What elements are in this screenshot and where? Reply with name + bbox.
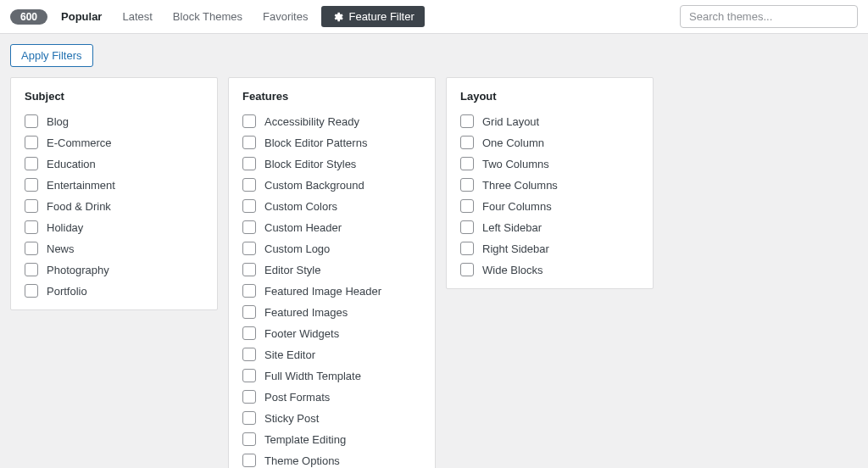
checkbox[interactable] (242, 157, 256, 170)
filter-option[interactable]: News (25, 242, 203, 255)
checkbox[interactable] (460, 199, 474, 213)
checkbox[interactable] (460, 157, 474, 170)
checkbox[interactable] (242, 114, 256, 128)
filter-option-label: Custom Colors (264, 200, 337, 213)
checkbox[interactable] (25, 263, 38, 276)
nav-tab-block-themes[interactable]: Block Themes (163, 7, 253, 26)
filter-option[interactable]: Block Editor Styles (242, 157, 421, 170)
filter-option-label: Full Width Template (264, 370, 361, 382)
filter-option[interactable]: Two Columns (460, 157, 639, 170)
filter-option-label: Theme Options (264, 454, 340, 467)
checkbox[interactable] (460, 242, 474, 255)
filter-option-label: Left Sidebar (482, 221, 542, 234)
nav-tab-favorites[interactable]: Favorites (253, 7, 318, 26)
filter-option[interactable]: Right Sidebar (460, 242, 639, 255)
filter-option[interactable]: Wide Blocks (460, 263, 639, 276)
column-heading: Subject (25, 90, 203, 103)
checkbox[interactable] (242, 220, 256, 234)
filter-option[interactable]: Education (25, 157, 203, 170)
filter-option[interactable]: E-Commerce (25, 136, 203, 149)
checkbox[interactable] (25, 157, 38, 170)
feature-filter-label: Feature Filter (348, 10, 414, 23)
checkbox[interactable] (25, 284, 38, 298)
filter-option[interactable]: Holiday (25, 220, 203, 234)
top-bar: 600 PopularLatestBlock ThemesFavorites F… (0, 0, 868, 34)
checkbox[interactable] (242, 305, 256, 319)
checkbox[interactable] (25, 136, 38, 149)
filter-option[interactable]: Theme Options (242, 454, 421, 467)
filter-option[interactable]: Custom Header (242, 220, 421, 234)
filter-option[interactable]: Grid Layout (460, 114, 639, 128)
filter-option-label: Featured Image Header (264, 285, 381, 298)
checkbox[interactable] (242, 411, 256, 425)
checkbox[interactable] (242, 432, 256, 446)
nav-tab-latest[interactable]: Latest (112, 7, 162, 26)
filter-option[interactable]: Featured Image Header (242, 284, 421, 298)
filter-option[interactable]: Three Columns (460, 178, 639, 192)
filter-option[interactable]: One Column (460, 136, 639, 149)
filter-option-label: Wide Blocks (482, 264, 543, 276)
filter-option[interactable]: Block Editor Patterns (242, 136, 421, 149)
checkbox[interactable] (460, 178, 474, 192)
filter-option[interactable]: Photography (25, 263, 203, 276)
filter-option[interactable]: Site Editor (242, 348, 421, 361)
filter-option[interactable]: Template Editing (242, 432, 421, 446)
checkbox[interactable] (242, 178, 256, 192)
filter-option-label: Portfolio (47, 285, 87, 298)
checkbox[interactable] (25, 178, 38, 192)
checkbox[interactable] (460, 263, 474, 276)
filter-option-label: Footer Widgets (264, 327, 339, 340)
filter-option-label: Two Columns (482, 158, 549, 170)
checkbox[interactable] (242, 136, 256, 149)
filter-option[interactable]: Custom Logo (242, 242, 421, 255)
checkbox[interactable] (460, 136, 474, 149)
checkbox[interactable] (242, 369, 256, 382)
checkbox[interactable] (25, 199, 38, 213)
checkbox[interactable] (242, 242, 256, 255)
feature-filter-button[interactable]: Feature Filter (321, 6, 424, 27)
filter-option-label: Post Formats (264, 391, 330, 404)
checkbox[interactable] (242, 326, 256, 340)
filter-column-subject: SubjectBlogE-CommerceEducationEntertainm… (10, 77, 218, 310)
filter-option[interactable]: Custom Colors (242, 199, 421, 213)
checkbox[interactable] (25, 114, 38, 128)
filter-option[interactable]: Custom Background (242, 178, 421, 192)
filter-option-label: Site Editor (264, 348, 315, 361)
filter-option[interactable]: Post Formats (242, 390, 421, 404)
apply-filters-button[interactable]: Apply Filters (10, 44, 93, 67)
checkbox[interactable] (25, 242, 38, 255)
filter-option-label: Block Editor Patterns (264, 136, 367, 149)
filter-option[interactable]: Left Sidebar (460, 220, 639, 234)
filter-option[interactable]: Four Columns (460, 199, 639, 213)
filter-option[interactable]: Accessibility Ready (242, 114, 421, 128)
filter-option[interactable]: Footer Widgets (242, 326, 421, 340)
checkbox[interactable] (242, 348, 256, 361)
checkbox[interactable] (242, 263, 256, 276)
checkbox[interactable] (460, 114, 474, 128)
column-heading: Features (242, 90, 421, 103)
filter-option[interactable]: Featured Images (242, 305, 421, 319)
nav-tab-popular[interactable]: Popular (51, 7, 112, 26)
filter-option[interactable]: Full Width Template (242, 369, 421, 382)
filter-column-features: FeaturesAccessibility ReadyBlock Editor … (228, 77, 436, 468)
filter-option-label: News (47, 242, 75, 255)
filter-option-label: Right Sidebar (482, 242, 549, 255)
filter-option[interactable]: Editor Style (242, 263, 421, 276)
filter-option-label: Template Editing (264, 433, 346, 446)
filter-option[interactable]: Sticky Post (242, 411, 421, 425)
filter-option-label: Custom Logo (264, 242, 330, 255)
filter-option[interactable]: Portfolio (25, 284, 203, 298)
checkbox[interactable] (25, 220, 38, 234)
filter-option[interactable]: Entertainment (25, 178, 203, 192)
filter-option[interactable]: Food & Drink (25, 199, 203, 213)
checkbox[interactable] (242, 199, 256, 213)
checkbox[interactable] (242, 390, 256, 404)
filter-option-label: Custom Header (264, 221, 342, 234)
checkbox[interactable] (242, 454, 256, 467)
checkbox[interactable] (460, 220, 474, 234)
search-input[interactable] (680, 5, 858, 28)
theme-count-badge: 600 (10, 9, 47, 25)
filter-option[interactable]: Blog (25, 114, 203, 128)
filter-option-label: Blog (47, 115, 69, 128)
checkbox[interactable] (242, 284, 256, 298)
